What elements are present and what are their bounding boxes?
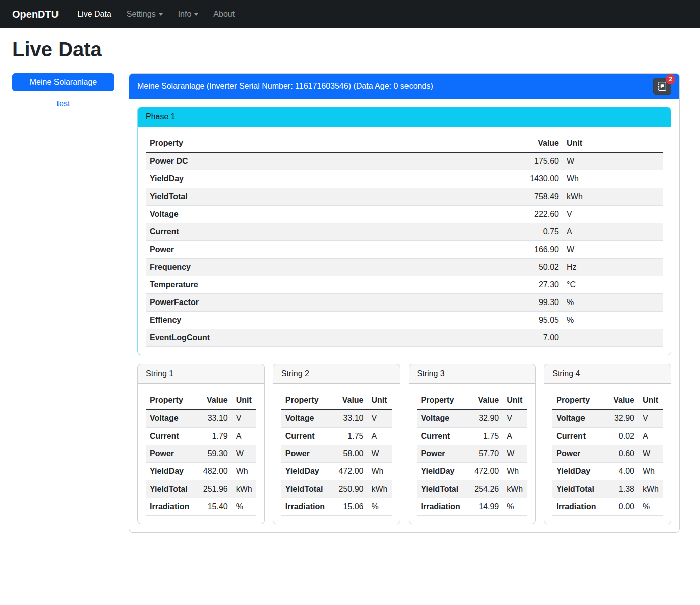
property-cell: Irradiation bbox=[552, 498, 602, 516]
unit-cell: V bbox=[232, 409, 256, 428]
table-row: Voltage222.60V bbox=[146, 206, 663, 223]
unit-cell: % bbox=[638, 498, 663, 516]
string-table: Property Value Unit Voltage32.90V Curren… bbox=[417, 392, 528, 516]
journal-text-icon bbox=[658, 82, 667, 91]
nav-item-info[interactable]: Info bbox=[170, 6, 206, 23]
value-cell: 472.00 bbox=[331, 463, 368, 480]
value-cell: 32.90 bbox=[602, 409, 638, 428]
unit-cell: Wh bbox=[232, 463, 256, 480]
property-cell: YieldDay bbox=[281, 463, 331, 480]
unit-cell: V bbox=[503, 409, 527, 428]
unit-cell: W bbox=[368, 445, 392, 463]
table-row: Voltage33.10V bbox=[146, 409, 256, 428]
column-header-value: Value bbox=[331, 392, 368, 409]
table-row: YieldTotal250.90kWh bbox=[281, 480, 392, 498]
inverter-link-test[interactable]: test bbox=[12, 99, 114, 108]
table-row: Current1.75A bbox=[417, 428, 528, 445]
property-cell: Power DC bbox=[146, 152, 497, 170]
table-row: Frequency50.02Hz bbox=[146, 259, 663, 276]
value-cell: 50.02 bbox=[497, 259, 563, 276]
property-cell: Current bbox=[146, 428, 196, 445]
top-navbar: OpenDTU Live Data Settings Info About bbox=[0, 0, 700, 28]
value-cell: 222.60 bbox=[497, 206, 563, 223]
value-cell: 59.30 bbox=[196, 445, 232, 463]
column-header-property: Property bbox=[552, 392, 602, 409]
inverter-card-header: Meine Solaranlage (Inverter Serial Numbe… bbox=[129, 74, 679, 99]
inverter-select-button[interactable]: Meine Solaranlage bbox=[12, 73, 114, 91]
value-cell: 250.90 bbox=[331, 480, 368, 498]
property-cell: Irradiation bbox=[146, 498, 196, 516]
table-row: Irradiation0.00% bbox=[552, 498, 663, 516]
property-cell: Voltage bbox=[552, 409, 602, 428]
table-header-row: Property Value Unit bbox=[417, 392, 528, 409]
caret-down-icon bbox=[194, 13, 198, 16]
table-row: Voltage32.90V bbox=[417, 409, 528, 428]
unit-cell: Wh bbox=[638, 463, 663, 480]
table-row: Irradiation15.40% bbox=[146, 498, 256, 516]
value-cell: 27.30 bbox=[497, 276, 563, 294]
table-row: Current1.75A bbox=[281, 428, 392, 445]
table-row: Temperature27.30°C bbox=[146, 276, 663, 294]
navbar-brand[interactable]: OpenDTU bbox=[12, 9, 59, 20]
value-cell: 33.10 bbox=[331, 409, 368, 428]
page-title: Live Data bbox=[12, 38, 680, 61]
table-row: YieldDay472.00Wh bbox=[417, 463, 528, 480]
string-card-header: String 1 bbox=[138, 364, 264, 384]
strings-row: String 1 Property Value Unit bbox=[137, 364, 671, 524]
unit-cell: kWh bbox=[563, 188, 663, 206]
value-cell: 57.70 bbox=[466, 445, 503, 463]
table-header-row: Property Value Unit bbox=[146, 392, 256, 409]
table-row: Power58.00W bbox=[281, 445, 392, 463]
property-cell: YieldTotal bbox=[146, 188, 497, 206]
string-card-header: String 2 bbox=[273, 364, 400, 384]
column-header-unit: Unit bbox=[368, 392, 392, 409]
table-row: Effiency95.05% bbox=[146, 312, 663, 329]
value-cell: 0.75 bbox=[497, 223, 563, 241]
value-cell: 0.60 bbox=[602, 445, 638, 463]
unit-cell: % bbox=[232, 498, 256, 516]
table-row: Current0.02A bbox=[552, 428, 663, 445]
column-header-value: Value bbox=[466, 392, 503, 409]
table-row: Power59.30W bbox=[146, 445, 256, 463]
column-header-unit: Unit bbox=[638, 392, 663, 409]
unit-cell: % bbox=[368, 498, 392, 516]
unit-cell: °C bbox=[563, 276, 663, 294]
value-cell: 15.40 bbox=[196, 498, 232, 516]
value-cell: 4.00 bbox=[602, 463, 638, 480]
inverter-sidebar: Meine Solaranlage test bbox=[12, 73, 114, 108]
column-header-property: Property bbox=[281, 392, 331, 409]
table-row: Current1.79A bbox=[146, 428, 256, 445]
value-cell: 0.02 bbox=[602, 428, 638, 445]
unit-cell: kWh bbox=[638, 480, 663, 498]
unit-cell: V bbox=[563, 206, 663, 223]
string-table: Property Value Unit Voltage33.10V Curren… bbox=[146, 392, 256, 516]
table-row: YieldTotal1.38kWh bbox=[552, 480, 663, 498]
unit-cell: kWh bbox=[503, 480, 527, 498]
nav-item-live-data[interactable]: Live Data bbox=[70, 6, 119, 23]
value-cell: 95.05 bbox=[497, 312, 563, 329]
eventlog-button[interactable]: 2 bbox=[653, 78, 671, 95]
unit-cell: % bbox=[503, 498, 527, 516]
value-cell: 175.60 bbox=[497, 152, 563, 170]
property-cell: Voltage bbox=[146, 409, 196, 428]
property-cell: YieldDay bbox=[417, 463, 467, 480]
unit-cell: Hz bbox=[563, 259, 663, 276]
value-cell: 58.00 bbox=[331, 445, 368, 463]
table-row: YieldDay4.00Wh bbox=[552, 463, 663, 480]
table-row: YieldTotal251.96kWh bbox=[146, 480, 256, 498]
phase-table: Property Value Unit Power DC175.60W Yiel… bbox=[146, 135, 663, 347]
unit-cell: A bbox=[563, 223, 663, 241]
nav-item-settings[interactable]: Settings bbox=[119, 6, 170, 23]
property-cell: Temperature bbox=[146, 276, 497, 294]
table-row: Voltage33.10V bbox=[281, 409, 392, 428]
table-row: Power0.60W bbox=[552, 445, 663, 463]
unit-cell: A bbox=[232, 428, 256, 445]
property-cell: YieldDay bbox=[146, 170, 497, 188]
table-row: YieldDay472.00Wh bbox=[281, 463, 392, 480]
string-card-header: String 4 bbox=[544, 364, 671, 384]
property-cell: YieldTotal bbox=[417, 480, 467, 498]
value-cell: 254.26 bbox=[466, 480, 503, 498]
column-header-value: Value bbox=[196, 392, 232, 409]
value-cell: 99.30 bbox=[497, 294, 563, 312]
nav-item-about[interactable]: About bbox=[206, 6, 242, 23]
